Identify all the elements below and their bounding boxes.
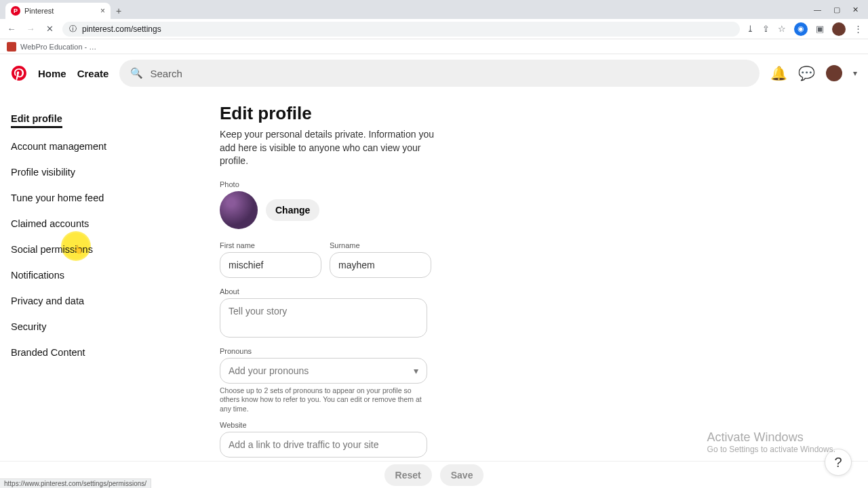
nav-create[interactable]: Create xyxy=(77,68,109,79)
reset-button[interactable]: Reset xyxy=(384,464,432,486)
browser-menu-icon[interactable]: ⋮ xyxy=(854,24,863,34)
sidebar-item-security[interactable]: Security xyxy=(11,317,46,337)
profile-photo xyxy=(220,191,258,229)
close-tab-icon[interactable]: × xyxy=(100,6,105,16)
forward-icon[interactable]: → xyxy=(24,24,37,34)
browser-tab[interactable]: P Pinterest × xyxy=(5,3,111,19)
sidebar-item-edit-profile[interactable]: Edit profile xyxy=(11,108,62,128)
pronouns-label: Pronouns xyxy=(220,347,637,355)
search-input[interactable]: 🔍 Search xyxy=(119,60,760,87)
sidebar-item-account-management[interactable]: Account management xyxy=(11,136,106,157)
messages-icon[interactable]: 💬 xyxy=(798,65,815,81)
pronouns-select[interactable]: Add your pronouns ▾ xyxy=(220,358,427,384)
sidebar-item-privacy-data[interactable]: Privacy and data xyxy=(11,291,84,311)
pronouns-placeholder: Add your pronouns xyxy=(229,365,309,376)
website-label: Website xyxy=(220,421,637,429)
page-subtitle: Keep your personal details private. Info… xyxy=(220,128,437,168)
extensions-icon[interactable]: ◉ xyxy=(794,22,808,36)
profile-avatar[interactable] xyxy=(826,65,842,81)
share-icon[interactable]: ⇪ xyxy=(762,24,770,34)
first-name-input[interactable] xyxy=(220,252,321,278)
surname-input[interactable] xyxy=(330,252,431,278)
nav-home[interactable]: Home xyxy=(38,68,66,79)
photo-label: Photo xyxy=(220,180,637,188)
search-placeholder: Search xyxy=(150,68,182,79)
sidebar-item-branded-content[interactable]: Branded Content xyxy=(11,342,85,363)
account-menu-chevron-icon[interactable]: ▾ xyxy=(853,68,857,78)
reload-icon[interactable]: ✕ xyxy=(43,24,56,34)
change-photo-button[interactable]: Change xyxy=(266,199,319,221)
pronouns-help: Choose up to 2 sets of pronouns to appea… xyxy=(220,386,427,414)
sidebar-item-tune-home-feed[interactable]: Tune your home feed xyxy=(11,188,104,208)
bookmark-item[interactable]: WebPro Education - … xyxy=(20,43,96,51)
site-info-icon[interactable]: ⓘ xyxy=(69,24,77,34)
sidepanel-icon[interactable]: ▣ xyxy=(816,24,824,34)
address-bar[interactable]: ⓘ pinterest.com/settings xyxy=(62,22,740,37)
new-tab-button[interactable]: + xyxy=(111,3,127,19)
sidebar-item-profile-visibility[interactable]: Profile visibility xyxy=(11,162,75,182)
close-window-icon[interactable]: ✕ xyxy=(852,5,859,14)
status-bar-url: https://www.pinterest.com/settings/permi… xyxy=(0,479,151,488)
about-textarea[interactable] xyxy=(220,298,427,338)
sidebar-item-notifications[interactable]: Notifications xyxy=(11,265,64,285)
website-input[interactable] xyxy=(220,432,427,458)
minimize-icon[interactable]: — xyxy=(814,5,821,14)
sidebar-item-social-permissions[interactable]: Social permissions xyxy=(11,239,93,260)
pinterest-favicon: P xyxy=(11,6,20,16)
about-label: About xyxy=(220,287,637,296)
notifications-icon[interactable]: 🔔 xyxy=(770,65,787,81)
surname-label: Surname xyxy=(330,241,431,249)
chevron-down-icon: ▾ xyxy=(414,365,418,376)
bookmark-favicon xyxy=(7,42,16,52)
save-button[interactable]: Save xyxy=(440,464,484,486)
help-fab[interactable]: ? xyxy=(825,449,852,476)
first-name-label: First name xyxy=(220,241,321,249)
url-text: pinterest.com/settings xyxy=(82,24,161,34)
bookmark-star-icon[interactable]: ☆ xyxy=(778,24,786,34)
tab-title: Pinterest xyxy=(24,7,54,15)
back-icon[interactable]: ← xyxy=(5,24,18,34)
sidebar-item-claimed-accounts[interactable]: Claimed accounts xyxy=(11,214,89,234)
install-app-icon[interactable]: ⤓ xyxy=(747,24,754,34)
page-title: Edit profile xyxy=(220,103,637,124)
maximize-icon[interactable]: ▢ xyxy=(833,5,840,14)
browser-profile-avatar[interactable] xyxy=(832,22,846,36)
pinterest-logo[interactable] xyxy=(11,65,27,81)
search-icon: 🔍 xyxy=(130,67,143,79)
